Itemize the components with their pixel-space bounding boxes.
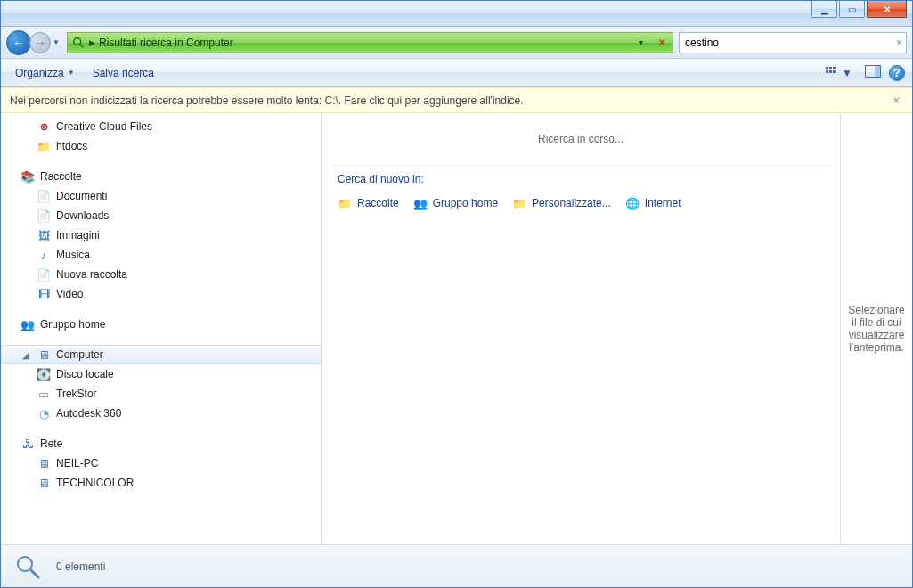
tree-item-new-library[interactable]: 📄 Nuova raccolta [1, 265, 321, 284]
clear-search-button[interactable]: × [896, 37, 902, 49]
close-button[interactable]: ✕ [867, 1, 907, 18]
status-text: 0 elementi [56, 560, 105, 573]
search-icon [71, 36, 86, 50]
tree-item-label: NEIL-PC [56, 457, 98, 470]
search-again-row: 📁 Raccolte 👥 Gruppo home 📁 Personalizzat… [332, 192, 829, 214]
autodesk-icon: ◔ [37, 406, 51, 421]
save-search-button[interactable]: Salva ricerca [86, 63, 161, 83]
status-bar: 0 elementi [1, 544, 912, 587]
video-icon: 🎞 [37, 287, 51, 301]
tree-item-neil-pc[interactable]: 🖥 NEIL-PC [1, 453, 321, 473]
network-icon: 🖧 [20, 437, 35, 451]
tree-item-label: Creative Cloud Files [56, 120, 152, 133]
pc-icon: 🖥 [37, 456, 51, 470]
search-again-internet[interactable]: 🌐 Internet [625, 196, 681, 210]
status-search-icon [12, 551, 44, 583]
usb-drive-icon: ▭ [37, 387, 51, 401]
address-dropdown[interactable]: ▾ [632, 34, 649, 52]
tree-item-documents[interactable]: 📄 Documenti [1, 186, 321, 206]
svg-point-0 [74, 37, 81, 45]
music-icon: ♪ [37, 248, 51, 262]
folder-icon: 📁 [338, 196, 352, 210]
library-icon: 📄 [37, 267, 51, 282]
arrow-right-icon: → [34, 36, 46, 50]
tree-item-htdocs[interactable]: 📁 htdocs [1, 136, 321, 156]
content-area: Ricerca in corso... Cerca di nuovo in: 📁… [322, 113, 912, 544]
tree-item-autodesk[interactable]: ◔ Autodesk 360 [1, 404, 321, 423]
tree-item-label: Computer [56, 348, 103, 361]
tree-item-label: Rete [40, 437, 62, 450]
tree-item-trekstor[interactable]: ▭ TrekStor [1, 384, 321, 404]
save-search-label: Salva ricerca [93, 67, 154, 79]
search-again-custom[interactable]: 📁 Personalizzate... [512, 196, 611, 210]
body: ⊚ Creative Cloud Files 📁 htdocs 📚 Raccol… [1, 113, 912, 544]
expand-toggle[interactable]: ◢ [20, 350, 31, 360]
tree-item-computer[interactable]: ◢ 🖥 Computer [1, 345, 321, 364]
drive-icon: 💽 [37, 367, 51, 381]
back-button[interactable]: ← [6, 30, 31, 55]
minimize-button[interactable]: ▁ [811, 1, 837, 18]
tree-item-label: Musica [56, 249, 90, 261]
folder-icon: 📁 [512, 196, 526, 210]
search-again-item-label: Raccolte [357, 197, 399, 209]
svg-line-1 [80, 44, 84, 47]
organize-label: Organizza [15, 67, 64, 79]
stop-button[interactable]: ✕ [653, 34, 671, 52]
svg-rect-3 [875, 66, 880, 77]
tree-item-local-disk[interactable]: 💽 Disco locale [1, 364, 321, 384]
tree-item-label: Autodesk 360 [56, 407, 121, 420]
results-pane[interactable]: Ricerca in corso... Cerca di nuovo in: 📁… [322, 113, 841, 544]
libraries-icon: 📚 [20, 169, 35, 184]
chevron-down-icon: ▼ [68, 69, 75, 77]
maximize-button[interactable]: ▭ [839, 1, 865, 18]
navbar: ← → ▼ ▶ Risultati ricerca in Computer ▾ … [1, 27, 912, 59]
preview-pane-icon [865, 65, 881, 80]
tree-item-label: Downloads [56, 209, 109, 222]
tree-item-downloads[interactable]: 📄 Downloads [1, 206, 321, 225]
tree-item-creative-cloud[interactable]: ⊚ Creative Cloud Files [1, 117, 321, 136]
computer-icon: 🖥 [37, 347, 51, 362]
view-grid-icon [826, 67, 840, 79]
view-menu[interactable]: ▼ [821, 64, 857, 82]
folder-icon: 📁 [37, 139, 51, 153]
search-input[interactable] [683, 36, 896, 50]
tree-item-label: TECHNICOLOR [56, 477, 134, 489]
internet-icon: 🌐 [625, 196, 640, 210]
tree-item-label: Nuova raccolta [56, 268, 127, 281]
chevron-down-icon: ▼ [842, 67, 852, 79]
organize-menu[interactable]: Organizza ▼ [8, 63, 82, 83]
navigation-pane[interactable]: ⊚ Creative Cloud Files 📁 htdocs 📚 Raccol… [1, 113, 322, 544]
pc-icon: 🖥 [37, 476, 51, 490]
forward-button[interactable]: → [29, 32, 51, 53]
breadcrumb-separator: ▶ [89, 38, 95, 47]
history-dropdown[interactable]: ▼ [51, 32, 61, 53]
caption-buttons: ▁ ▭ ✕ [811, 1, 912, 18]
tree-item-network[interactable]: 🖧 Rete [1, 434, 321, 453]
tree-item-music[interactable]: ♪ Musica [1, 245, 321, 265]
downloads-icon: 📄 [37, 208, 51, 223]
tree-item-homegroup[interactable]: 👥 Gruppo home [1, 314, 321, 334]
index-info-bar[interactable]: Nei percorsi non indicizzati la ricerca … [1, 87, 912, 113]
homegroup-icon: 👥 [413, 196, 428, 210]
search-again-label: Cerca di nuovo in: [332, 165, 829, 192]
tree-item-label: TrekStor [56, 388, 97, 400]
search-again-libraries[interactable]: 📁 Raccolte [338, 196, 399, 210]
info-close-button[interactable]: × [889, 94, 903, 107]
tree-item-images[interactable]: 🖼 Immagini [1, 225, 321, 245]
tree-item-video[interactable]: 🎞 Video [1, 284, 321, 304]
searching-status: Ricerca in corso... [332, 120, 829, 165]
svg-line-5 [30, 569, 38, 577]
help-button[interactable]: ? [889, 65, 905, 81]
search-again-homegroup[interactable]: 👥 Gruppo home [413, 196, 498, 210]
tree-item-libraries[interactable]: 📚 Raccolte [1, 167, 321, 186]
tree-item-technicolor[interactable]: 🖥 TECHNICOLOR [1, 473, 321, 493]
search-again-item-label: Gruppo home [433, 197, 498, 209]
tree-item-label: Documenti [56, 190, 107, 202]
tree-item-label: Video [56, 288, 83, 300]
maximize-icon: ▭ [848, 4, 856, 14]
preview-placeholder: Selezionare il file di cui visualizzare … [846, 304, 907, 354]
preview-pane-button[interactable] [860, 62, 885, 83]
search-box[interactable]: × [679, 32, 907, 53]
address-bar[interactable]: ▶ Risultati ricerca in Computer ▾ ✕ [67, 32, 673, 53]
titlebar: ▁ ▭ ✕ [1, 1, 912, 27]
